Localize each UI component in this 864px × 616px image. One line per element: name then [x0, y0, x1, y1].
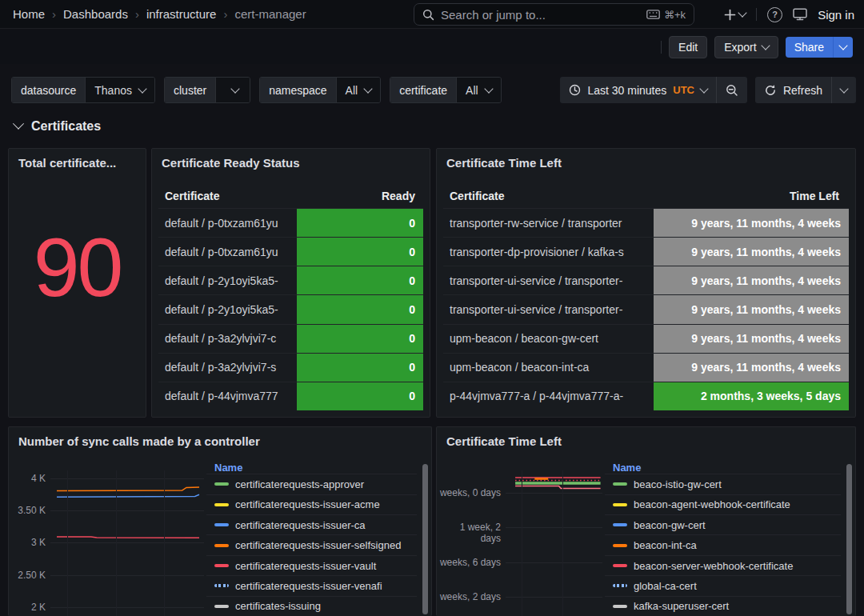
certificate-name-cell: upm-beacon / beacon-int-ca	[443, 354, 654, 382]
panel-total-certificates: Total certificate... 90	[8, 148, 146, 418]
legend-item[interactable]: certificaterequests-issuer-vault	[206, 555, 417, 575]
value-cell: 0	[297, 382, 423, 410]
legend-header[interactable]: Name	[605, 461, 841, 474]
column-certificate[interactable]: Certificate	[443, 190, 504, 202]
certificate-name-cell: default / p-3a2ylvjvi7-c	[158, 325, 297, 353]
certificate-name-cell: default / p-2y1oyi5ka5-	[158, 266, 297, 294]
column-time-left[interactable]: Time Left	[790, 190, 849, 202]
sync-calls-chart-area: Namecertificaterequests-approvercertific…	[9, 459, 431, 616]
certificate-name-cell: upm-beacon / beacon-gw-cert	[443, 325, 654, 353]
chevron-down-icon	[738, 8, 746, 17]
breadcrumb-dashboards[interactable]: Dashboards	[63, 7, 128, 21]
table-header: Certificate Time Left	[443, 184, 849, 208]
filter-certificate-select[interactable]: All	[456, 78, 501, 102]
filter-datasource-value: Thanos	[94, 84, 132, 97]
series-color-swatch	[613, 503, 627, 506]
row-certificates[interactable]: Certificates	[14, 119, 101, 134]
table-row: p-44vjmva777-a / p-44vjmva777-a-2 months…	[443, 382, 849, 410]
series-color-swatch	[214, 523, 229, 526]
certificate-name-cell: default / p-44vjmva777	[158, 382, 297, 410]
table-header: Certificate Ready	[158, 184, 423, 208]
legend-item[interactable]: certificates-issuing	[206, 596, 417, 616]
shortcut-label: ⌘+k	[664, 9, 686, 21]
variables-row: datasource Thanos cluster namespace All …	[11, 77, 856, 103]
column-certificate[interactable]: Certificate	[158, 190, 219, 202]
filter-cluster-select[interactable]	[215, 78, 250, 102]
table-body: transporter-rw-service / transporter9 ye…	[443, 208, 849, 410]
legend-item[interactable]: certificaterequests-issuer-selfsigned	[206, 534, 417, 554]
y-axis-tick-label: 3 K	[9, 537, 46, 548]
panel-title[interactable]: Certificate Ready Status	[152, 149, 430, 170]
table-row: transporter-rw-service / transporter9 ye…	[443, 208, 849, 237]
certificate-name-cell: transporter-ui-service / transporter-	[443, 295, 654, 323]
legend-item[interactable]: certificaterequests-approver	[206, 474, 417, 494]
gridline	[506, 597, 602, 598]
breadcrumb-home[interactable]: Home	[13, 7, 45, 21]
y-axis-tick-label: 3.50 K	[9, 505, 46, 516]
dashboard-toolbar: Edit Export Share	[0, 30, 864, 64]
series-color-swatch	[214, 564, 229, 567]
legend-item[interactable]: beacon-server-webhook-certificate	[605, 555, 841, 575]
chart-legend: Namecertificaterequests-approvercertific…	[206, 461, 417, 616]
breadcrumb-infrastructure[interactable]: infrastructure	[146, 7, 217, 21]
filter-certificate-label: certificate	[390, 78, 456, 102]
help-icon[interactable]: ?	[767, 7, 782, 22]
series-name: certificaterequests-issuer-acme	[235, 498, 380, 510]
breadcrumb-cert-manager[interactable]: cert-manager	[234, 7, 306, 21]
legend-item[interactable]: beacon-int-ca	[605, 534, 841, 554]
legend-item[interactable]: beacon-gw-cert	[605, 514, 841, 534]
y-axis-tick-label: weeks, 6 days	[437, 557, 501, 568]
legend-scrollbar[interactable]	[846, 464, 852, 614]
panel-title[interactable]: Certificate Time Left	[437, 427, 855, 448]
share-menu-button[interactable]	[833, 37, 853, 58]
legend-header[interactable]: Name	[206, 461, 417, 474]
legend-item[interactable]: certificaterequests-issuer-acme	[206, 494, 417, 514]
legend-item[interactable]: certificaterequests-issuer-ca	[206, 514, 417, 534]
y-axis-tick-label: weeks, 0 days	[437, 487, 501, 498]
series-color-swatch	[214, 584, 229, 587]
share-button[interactable]: Share	[786, 37, 833, 58]
table-row: upm-beacon / beacon-gw-cert9 years, 11 m…	[443, 324, 849, 353]
panel-title[interactable]: Number of sync calls made by a controlle…	[9, 427, 431, 448]
time-range-button[interactable]: Last 30 minutes UTC	[560, 77, 716, 103]
column-ready[interactable]: Ready	[382, 190, 423, 202]
legend-item[interactable]: certificaterequests-issuer-venafi	[206, 575, 417, 595]
chevron-down-icon	[138, 84, 146, 93]
refresh-group: Refresh	[755, 77, 856, 103]
kiosk-monitor-icon[interactable]	[793, 8, 807, 21]
filter-namespace-value: All	[346, 84, 358, 97]
keyboard-shortcut: ⌘+k	[646, 9, 686, 21]
certificate-name-cell: default / p-3a2ylvjvi7-s	[158, 354, 297, 382]
value-cell: 0	[297, 266, 423, 294]
keyboard-icon	[646, 10, 660, 19]
edit-button[interactable]: Edit	[669, 36, 707, 58]
legend-item[interactable]: beaco-istio-gw-cert	[605, 474, 841, 494]
chevron-down-icon	[13, 118, 24, 130]
search-placeholder: Search or jump to...	[441, 8, 640, 22]
table-row: default / p-44vjmva7770	[158, 382, 423, 410]
certificate-name-cell: transporter-ui-service / transporter-	[443, 266, 654, 294]
legend-scrollbar[interactable]	[422, 464, 428, 614]
filter-namespace-select[interactable]: All	[336, 78, 381, 102]
value-cell: 0	[297, 354, 423, 382]
divider	[661, 41, 662, 54]
panel-title[interactable]: Total certificate...	[9, 149, 146, 170]
series-color-swatch	[613, 605, 627, 608]
search-input[interactable]: Search or jump to... ⌘+k	[414, 3, 694, 26]
refresh-button[interactable]: Refresh	[755, 77, 831, 103]
table-row: default / p-0txzam61yu0	[158, 237, 423, 266]
refresh-interval-button[interactable]	[831, 77, 856, 103]
legend-item[interactable]: beacon-agent-webhook-certificate	[605, 494, 841, 514]
add-menu-button[interactable]	[724, 9, 746, 21]
y-axis-tick-label: 1 week, 2 days	[437, 522, 501, 533]
series-color-swatch	[613, 584, 627, 587]
value-cell: 0	[297, 209, 423, 237]
panel-title[interactable]: Certificate Time Left	[437, 149, 855, 170]
export-button[interactable]: Export	[714, 36, 778, 58]
legend-item[interactable]: global-ca-cert	[605, 575, 841, 595]
sign-in-button[interactable]: Sign in	[818, 8, 854, 22]
zoom-out-button[interactable]	[716, 77, 747, 103]
table-row: transporter-ui-service / transporter-9 y…	[443, 266, 849, 294]
legend-item[interactable]: kafka-superuser-cert	[605, 596, 841, 616]
filter-datasource-select[interactable]: Thanos	[85, 78, 154, 102]
